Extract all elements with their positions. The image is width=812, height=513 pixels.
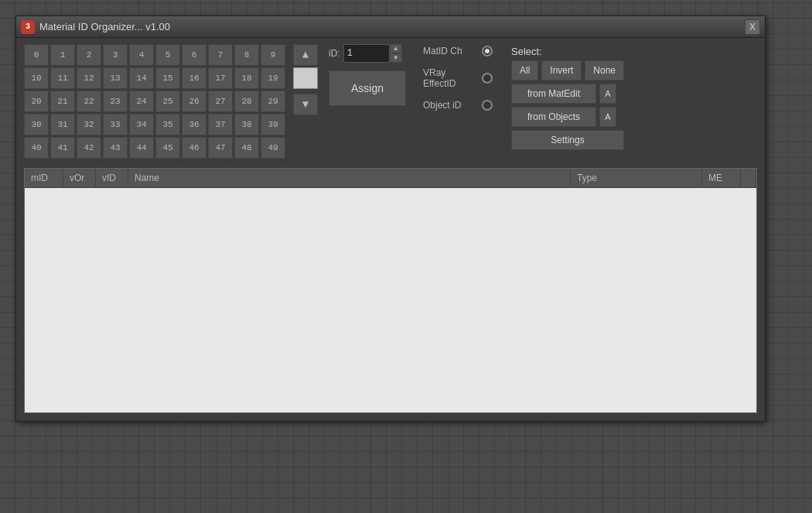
grid-cell-37[interactable]: 37 xyxy=(208,114,233,135)
grid-cell-23[interactable]: 23 xyxy=(103,91,128,112)
grid-cell-16[interactable]: 16 xyxy=(182,67,206,89)
id-row: iD: ▲ ▼ xyxy=(329,44,406,63)
close-button[interactable]: X xyxy=(745,19,760,35)
grid-cell-10[interactable]: 10 xyxy=(24,67,49,89)
grid-cell-2[interactable]: 2 xyxy=(77,44,101,66)
grid-cell-26[interactable]: 26 xyxy=(182,91,206,112)
col-mid: mID xyxy=(25,169,63,187)
invert-button[interactable]: Invert xyxy=(541,60,582,80)
col-vor: vOr xyxy=(63,169,96,187)
from-objects-a-button[interactable]: A xyxy=(599,107,616,127)
grid-cell-46[interactable]: 46 xyxy=(182,137,206,159)
select-all-button[interactable]: All xyxy=(511,60,538,80)
data-table: mID vOr vID Name Type ME xyxy=(24,168,757,413)
grid-cell-38[interactable]: 38 xyxy=(234,114,259,135)
title-bar: 3 Material ID Organizer... v1.00 X xyxy=(16,16,765,38)
grid-cell-1[interactable]: 1 xyxy=(50,44,75,66)
grid-row-10: 10 11 12 13 14 15 16 17 18 19 xyxy=(24,67,285,89)
select-top-row: All Invert None xyxy=(511,60,624,80)
grid-cell-30[interactable]: 30 xyxy=(24,114,49,135)
grid-cell-20[interactable]: 20 xyxy=(24,91,49,112)
object-id-row: Object iD xyxy=(423,100,493,111)
assign-button[interactable]: Assign xyxy=(329,70,406,106)
vray-effect-radio[interactable] xyxy=(482,73,493,84)
grid-cell-13[interactable]: 13 xyxy=(103,67,128,89)
grid-cell-31[interactable]: 31 xyxy=(50,114,75,135)
id-spinner: ▲ ▼ xyxy=(390,44,402,63)
grid-cell-43[interactable]: 43 xyxy=(103,137,128,159)
grid-row-30: 30 31 32 33 34 35 36 37 38 39 xyxy=(24,114,285,135)
grid-cell-49[interactable]: 49 xyxy=(261,137,285,159)
settings-button[interactable]: Settings xyxy=(511,130,624,150)
grid-cell-19[interactable]: 19 xyxy=(261,67,285,89)
grid-cell-14[interactable]: 14 xyxy=(129,67,154,89)
none-button[interactable]: None xyxy=(585,60,624,80)
scroll-controls: ▲ ▼ xyxy=(293,44,318,115)
col-type: Type xyxy=(571,169,702,187)
grid-cell-11[interactable]: 11 xyxy=(50,67,75,89)
select-title: Select: xyxy=(511,46,624,57)
from-matedit-row: from MatEdit A xyxy=(511,84,624,104)
object-id-radio[interactable] xyxy=(482,100,493,111)
matid-ch-row: MatID Ch xyxy=(423,46,493,56)
grid-cell-17[interactable]: 17 xyxy=(208,67,233,89)
object-id-label: Object iD xyxy=(423,100,477,111)
grid-cell-32[interactable]: 32 xyxy=(77,114,101,135)
grid-cell-24[interactable]: 24 xyxy=(129,91,154,112)
grid-cell-18[interactable]: 18 xyxy=(234,67,259,89)
scroll-up-button[interactable]: ▲ xyxy=(293,44,318,66)
grid-cell-4[interactable]: 4 xyxy=(129,44,154,66)
id-assign-controls: iD: ▲ ▼ Assign xyxy=(329,44,406,106)
settings-row: Settings xyxy=(511,130,624,150)
grid-cell-3[interactable]: 3 xyxy=(103,44,128,66)
grid-cell-39[interactable]: 39 xyxy=(261,114,285,135)
grid-cell-36[interactable]: 36 xyxy=(182,114,206,135)
grid-cell-0[interactable]: 0 xyxy=(24,44,49,66)
spinner-down-button[interactable]: ▼ xyxy=(390,53,402,63)
grid-cell-5[interactable]: 5 xyxy=(155,44,180,66)
grid-cell-21[interactable]: 21 xyxy=(50,91,75,112)
grid-cell-12[interactable]: 12 xyxy=(77,67,101,89)
grid-cell-6[interactable]: 6 xyxy=(182,44,206,66)
matid-controls: MatID Ch VRay EffectID Object iD xyxy=(423,46,493,111)
vray-effect-label: VRay EffectID xyxy=(423,67,477,89)
grid-cell-44[interactable]: 44 xyxy=(129,137,154,159)
main-window: 3 Material ID Organizer... v1.00 X 0 1 2… xyxy=(15,15,766,422)
grid-row-40: 40 41 42 43 44 45 46 47 48 49 xyxy=(24,137,285,159)
grid-cell-48[interactable]: 48 xyxy=(234,137,259,159)
grid-cell-35[interactable]: 35 xyxy=(155,114,180,135)
id-input[interactable] xyxy=(343,44,390,63)
from-matedit-button[interactable]: from MatEdit xyxy=(511,84,596,104)
grid-cell-25[interactable]: 25 xyxy=(155,91,180,112)
select-panel: Select: All Invert None from MatEdit A f… xyxy=(511,46,624,150)
grid-cell-8[interactable]: 8 xyxy=(234,44,259,66)
from-objects-row: from Objects A xyxy=(511,107,624,127)
col-extra xyxy=(741,169,756,187)
grid-cell-41[interactable]: 41 xyxy=(50,137,75,159)
grid-cell-33[interactable]: 33 xyxy=(103,114,128,135)
grid-cell-29[interactable]: 29 xyxy=(261,91,285,112)
grid-cell-40[interactable]: 40 xyxy=(24,137,49,159)
col-me: ME xyxy=(702,169,741,187)
id-input-wrap: ▲ ▼ xyxy=(343,44,402,63)
grid-cell-27[interactable]: 27 xyxy=(208,91,233,112)
col-vid: vID xyxy=(96,169,128,187)
grid-cell-47[interactable]: 47 xyxy=(208,137,233,159)
number-grid: 0 1 2 3 4 5 6 7 8 9 10 11 12 13 14 15 16… xyxy=(24,44,285,159)
grid-cell-45[interactable]: 45 xyxy=(155,137,180,159)
grid-cell-22[interactable]: 22 xyxy=(77,91,101,112)
grid-cell-15[interactable]: 15 xyxy=(155,67,180,89)
grid-cell-7[interactable]: 7 xyxy=(208,44,233,66)
id-label: iD: xyxy=(329,48,340,59)
color-swatch xyxy=(293,67,318,89)
spinner-up-button[interactable]: ▲ xyxy=(390,44,402,53)
grid-cell-34[interactable]: 34 xyxy=(129,114,154,135)
scroll-down-button[interactable]: ▼ xyxy=(293,94,318,115)
grid-cell-9[interactable]: 9 xyxy=(261,44,285,66)
grid-cell-28[interactable]: 28 xyxy=(234,91,259,112)
grid-cell-42[interactable]: 42 xyxy=(77,137,101,159)
matid-ch-radio[interactable] xyxy=(482,46,493,56)
window-title: Material ID Organizer... v1.00 xyxy=(39,21,170,32)
from-objects-button[interactable]: from Objects xyxy=(511,107,596,127)
from-matedit-a-button[interactable]: A xyxy=(599,84,616,104)
